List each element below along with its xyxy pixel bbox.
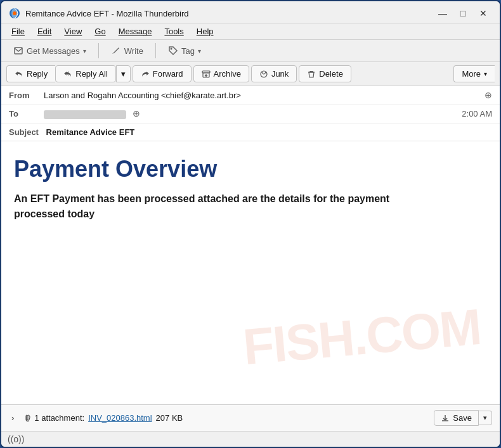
attachment-save-group: Save ▾ bbox=[434, 410, 492, 426]
subject-label: Subject bbox=[9, 127, 39, 137]
menu-view[interactable]: View bbox=[59, 25, 87, 38]
reply-group: Reply Reply All ▾ bbox=[6, 65, 131, 82]
from-label: From bbox=[9, 91, 44, 100]
email-body-text: An EFT Payment has been processed attach… bbox=[14, 191, 394, 222]
delete-icon bbox=[307, 70, 316, 79]
write-button[interactable]: Write bbox=[104, 42, 150, 59]
statusbar: ((o)) bbox=[1, 431, 500, 447]
more-button[interactable]: More ▾ bbox=[453, 65, 495, 82]
subject-value: Remitance Advice EFT bbox=[46, 127, 135, 137]
reply-button[interactable]: Reply bbox=[6, 65, 55, 82]
menu-go[interactable]: Go bbox=[89, 25, 110, 38]
menubar: File Edit View Go Message Tools Help bbox=[1, 23, 500, 40]
get-messages-icon bbox=[13, 46, 23, 56]
to-security-icon[interactable]: ⊕ bbox=[133, 108, 140, 118]
from-security-icon[interactable]: ⊕ bbox=[485, 90, 492, 100]
get-messages-dropdown[interactable]: ▾ bbox=[83, 48, 86, 54]
reply-all-icon bbox=[63, 70, 72, 79]
archive-button[interactable]: Archive bbox=[193, 65, 249, 82]
to-label: To bbox=[9, 109, 44, 118]
titlebar-controls: — □ ✕ bbox=[434, 6, 492, 20]
toolbar-separator bbox=[98, 43, 99, 58]
minimize-button[interactable]: — bbox=[434, 6, 452, 20]
toolbar: Get Messages ▾ Write Tag ▾ bbox=[1, 40, 500, 62]
svg-point-4 bbox=[170, 48, 172, 50]
email-time: 2:00 AM bbox=[462, 109, 492, 118]
titlebar-left: Remitance Advice EFT - Mozilla Thunderbi… bbox=[9, 8, 188, 19]
to-row: To ⊕ 2:00 AM bbox=[1, 105, 500, 124]
more-chevron-icon: ▾ bbox=[484, 70, 487, 77]
to-address-blurred bbox=[44, 110, 126, 119]
window-title: Remitance Advice EFT - Mozilla Thunderbi… bbox=[25, 9, 188, 18]
attachment-size: 207 KB bbox=[156, 413, 183, 423]
from-row: From Larson and Rogahn Accounting <chief… bbox=[1, 86, 500, 105]
forward-icon bbox=[141, 70, 150, 79]
attachment-filename[interactable]: INV_020863.html bbox=[88, 413, 152, 423]
attachment-expand-button[interactable]: › bbox=[9, 412, 16, 424]
archive-icon bbox=[202, 70, 211, 79]
close-button[interactable]: ✕ bbox=[474, 6, 492, 20]
main-window: Remitance Advice EFT - Mozilla Thunderbi… bbox=[0, 0, 501, 448]
email-header: From Larson and Rogahn Accounting <chief… bbox=[1, 86, 500, 141]
app-icon bbox=[9, 8, 20, 19]
write-icon bbox=[111, 46, 121, 56]
connection-icon: ((o)) bbox=[8, 434, 24, 444]
attachment-info: 1 attachment: INV_020863.html 207 KB bbox=[22, 413, 429, 423]
svg-rect-3 bbox=[15, 48, 22, 54]
watermark: FISH.COM bbox=[241, 298, 483, 376]
paperclip-icon bbox=[22, 414, 30, 423]
get-messages-button[interactable]: Get Messages ▾ bbox=[6, 42, 93, 59]
tag-dropdown[interactable]: ▾ bbox=[198, 48, 201, 54]
delete-button[interactable]: Delete bbox=[299, 65, 351, 82]
tag-button[interactable]: Tag ▾ bbox=[161, 42, 208, 59]
email-heading: Payment Overview bbox=[14, 157, 487, 182]
menu-message[interactable]: Message bbox=[114, 25, 157, 38]
email-body: Payment Overview An EFT Payment has been… bbox=[1, 141, 500, 404]
maximize-button[interactable]: □ bbox=[454, 6, 472, 20]
save-dropdown-button[interactable]: ▾ bbox=[479, 411, 492, 425]
junk-icon bbox=[259, 70, 268, 79]
toolbar-separator2 bbox=[155, 43, 156, 58]
menu-edit[interactable]: Edit bbox=[32, 25, 56, 38]
attachment-count: 1 attachment: bbox=[34, 413, 84, 423]
menu-help[interactable]: Help bbox=[192, 25, 219, 38]
save-button[interactable]: Save bbox=[434, 410, 479, 426]
titlebar: Remitance Advice EFT - Mozilla Thunderbi… bbox=[1, 1, 500, 23]
forward-button[interactable]: Forward bbox=[133, 65, 192, 82]
menu-tools[interactable]: Tools bbox=[159, 25, 188, 38]
reply-dropdown-button[interactable]: ▾ bbox=[116, 65, 131, 82]
save-icon bbox=[441, 414, 450, 423]
from-value: Larson and Rogahn Accounting <chief@kara… bbox=[44, 91, 481, 100]
to-value: ⊕ bbox=[44, 108, 462, 119]
svg-point-2 bbox=[13, 11, 16, 15]
actionbar: Reply Reply All ▾ Forward bbox=[1, 62, 500, 86]
subject-row: Subject Remitance Advice EFT bbox=[1, 124, 500, 141]
menu-file[interactable]: File bbox=[6, 25, 30, 38]
more-group: More ▾ bbox=[453, 65, 495, 82]
attachment-bar: › 1 attachment: INV_020863.html 207 KB S… bbox=[1, 404, 500, 431]
junk-button[interactable]: Junk bbox=[251, 65, 297, 82]
tag-icon bbox=[168, 46, 178, 56]
reply-icon bbox=[15, 70, 23, 79]
reply-all-button[interactable]: Reply All bbox=[55, 65, 116, 82]
